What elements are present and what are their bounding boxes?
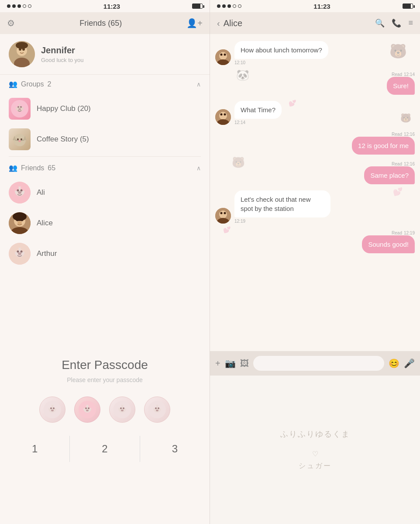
- chat-nav-bar: ‹ Alice 🔍 📞 ≡: [210, 12, 420, 34]
- image-icon[interactable]: 🖼: [240, 359, 249, 369]
- left-panel: 11:23 ⚙ Friends (65) 👤+ Jennifer Good lu…: [0, 0, 210, 524]
- profile-section[interactable]: Jennifer Good luck to you: [0, 34, 210, 75]
- arthur-avatar: [9, 243, 31, 265]
- svg-point-61: [123, 407, 124, 409]
- battery-icon: [192, 3, 203, 9]
- msg-4-read: Read: [392, 132, 402, 137]
- msg-2-time: 12:14: [404, 72, 415, 77]
- svg-point-67: [155, 407, 157, 409]
- alice-msg-avatar-3: [215, 109, 231, 125]
- svg-point-82: [220, 212, 223, 214]
- r-dot-1: [217, 4, 220, 8]
- keypad: 1 2 3: [0, 436, 210, 462]
- bear-dot-1: [44, 401, 61, 418]
- chat-input-bar: + 📷 🖼 😊 🎤: [210, 351, 420, 376]
- emoji-icon[interactable]: 😊: [389, 358, 399, 369]
- r-dot-2: [222, 4, 226, 8]
- bubble-7: Sounds good!: [362, 235, 415, 253]
- friends-label: Friends: [21, 164, 44, 172]
- svg-point-78: [224, 114, 226, 116]
- left-status-bar: 11:23: [0, 0, 210, 12]
- svg-point-32: [17, 221, 22, 224]
- msg-5-read: Read: [392, 162, 402, 166]
- r-dot-4: [233, 4, 236, 8]
- sticker-heart: ♡: [312, 450, 318, 458]
- friend-item-alice[interactable]: Alice: [0, 208, 210, 238]
- chat-title: Alice: [224, 18, 242, 28]
- svg-point-48: [51, 410, 54, 411]
- message-row-1: How about lunch tomorrow? 12:10: [215, 41, 415, 65]
- chat-input-field[interactable]: [253, 356, 384, 371]
- passcode-title: Enter Passcode: [62, 358, 148, 372]
- dot-4: [23, 4, 26, 8]
- alice-avatar-small-3: [215, 109, 231, 125]
- settings-icon[interactable]: ⚙: [7, 18, 15, 28]
- svg-point-71: [219, 52, 227, 60]
- profile-info: Jennifer Good luck to you: [41, 45, 84, 63]
- sticker-text-1: ふりふりゆるくま: [280, 429, 350, 439]
- back-icon[interactable]: ‹: [217, 18, 220, 28]
- key-3[interactable]: 3: [140, 436, 210, 462]
- key-2[interactable]: 2: [70, 436, 140, 462]
- svg-point-12: [18, 108, 21, 110]
- friend-item-arthur[interactable]: Arthur: [0, 238, 210, 269]
- msg-4-wrapper: Read 12:16 12 is good for me: [352, 131, 415, 155]
- svg-point-55: [86, 410, 89, 411]
- camera-icon[interactable]: 📷: [225, 358, 236, 369]
- msg-2-read: Read: [392, 72, 402, 77]
- svg-point-47: [53, 407, 55, 409]
- signal-dots: [7, 4, 31, 8]
- passcode-dot-1: [39, 396, 65, 423]
- alice-msg-avatar-6: [215, 208, 231, 224]
- msg-4-time: 12:16: [404, 132, 415, 137]
- friends-section-header[interactable]: 👥 Friends 65 ∧: [0, 159, 210, 177]
- friends-chevron-icon[interactable]: ∧: [196, 165, 201, 172]
- left-time: 11:23: [103, 3, 120, 10]
- r-dot-3: [227, 4, 231, 8]
- chat-area: 🐻 🐼 🐻 🐻 💕 💕 💕 How about lunch tomorrow? …: [210, 34, 420, 351]
- add-friend-icon[interactable]: 👤+: [186, 18, 203, 28]
- svg-point-26: [21, 190, 23, 192]
- message-row-4: Read 12:16 12 is good for me: [215, 131, 415, 155]
- msg-5-time: 12:16: [404, 162, 415, 166]
- msg-1-wrapper: How about lunch tomorrow? 12:10: [234, 41, 328, 65]
- right-time: 11:23: [313, 3, 330, 10]
- group-item-happy-club[interactable]: Happy Club (20): [0, 93, 210, 124]
- svg-point-83: [224, 212, 226, 214]
- svg-point-54: [88, 407, 90, 409]
- groups-chevron-icon[interactable]: ∧: [196, 81, 201, 88]
- bear-dot-4: [148, 401, 166, 418]
- dot-2: [12, 4, 16, 8]
- alice-avatar-small: [215, 49, 231, 65]
- passcode-dot-3: [109, 396, 135, 423]
- alice-name: Alice: [37, 219, 53, 228]
- svg-point-16: [17, 138, 19, 140]
- groups-section-header[interactable]: 👥 Groups 2 ∧: [0, 75, 210, 93]
- search-icon[interactable]: 🔍: [375, 18, 385, 28]
- bubble-3-time: 12:14: [234, 120, 245, 125]
- passcode-subtitle: Please enter your passcode: [67, 376, 143, 383]
- menu-icon[interactable]: ≡: [408, 18, 413, 28]
- avatar-svg: [9, 41, 35, 67]
- chat-nav-left: ‹ Alice: [217, 18, 242, 28]
- svg-point-73: [224, 54, 226, 56]
- msg-7-wrapper: Read 12:19 Sounds good!: [362, 230, 415, 253]
- svg-point-81: [219, 210, 227, 218]
- message-row-6: Let's check out that new spot by the sta…: [215, 190, 415, 224]
- call-icon[interactable]: 📞: [392, 18, 401, 28]
- divider-1: [9, 156, 201, 157]
- bubble-1-time: 12:10: [234, 60, 245, 65]
- dot-5: [28, 4, 31, 8]
- friend-item-ali[interactable]: Ali: [0, 177, 210, 208]
- bear-dot-2: [79, 401, 96, 418]
- alice-msg-avatar-1: [215, 49, 231, 65]
- happy-club-avatar: [9, 98, 31, 120]
- mic-icon[interactable]: 🎤: [404, 358, 415, 369]
- plus-icon[interactable]: +: [215, 359, 220, 369]
- bubble-1: How about lunch tomorrow?: [234, 41, 328, 59]
- svg-point-69: [156, 410, 158, 411]
- key-1[interactable]: 1: [0, 436, 70, 462]
- group-item-coffee-story[interactable]: Coffee Story (5): [0, 124, 210, 155]
- r-dot-5: [238, 4, 241, 8]
- sticker-area: ふりふりゆるくま ♡ シュガー: [210, 376, 420, 524]
